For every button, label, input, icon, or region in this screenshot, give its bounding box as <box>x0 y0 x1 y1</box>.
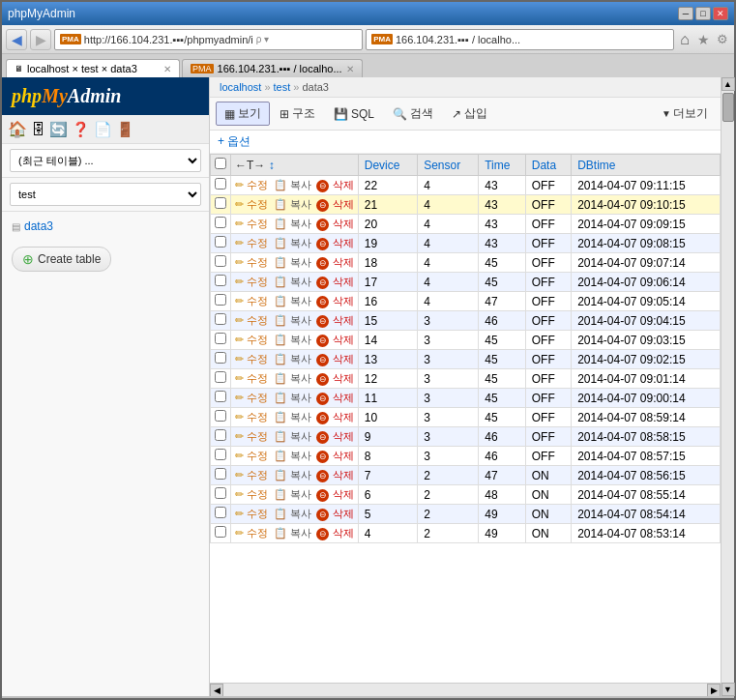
edit-btn[interactable]: 수정 <box>247 372 268 384</box>
copy-btn[interactable]: 복사 <box>290 450 311 461</box>
row-checkbox[interactable] <box>215 507 226 518</box>
edit-btn[interactable]: 수정 <box>247 198 268 210</box>
breadcrumb-server[interactable]: localhost <box>220 81 261 93</box>
edit-btn[interactable]: 수정 <box>247 508 268 519</box>
db-icon[interactable]: 🗄 <box>31 121 45 137</box>
scroll-up-btn[interactable]: ▲ <box>721 77 735 91</box>
row-checkbox[interactable] <box>215 255 226 267</box>
copy-btn[interactable]: 복사 <box>290 334 311 345</box>
create-table-btn[interactable]: ⊕ Create table <box>12 247 111 272</box>
col-dbtime[interactable]: DBtime <box>572 155 721 176</box>
row-checkbox[interactable] <box>215 391 226 402</box>
edit-btn[interactable]: 수정 <box>247 276 268 287</box>
scroll-down-btn[interactable]: ▼ <box>721 683 735 696</box>
address-bar-2[interactable]: PMA 166.104.231.▪▪▪ / localho... <box>366 29 674 50</box>
insert-btn[interactable]: ↗ 삽입 <box>443 102 496 126</box>
row-checkbox[interactable] <box>215 178 226 190</box>
row-checkbox[interactable] <box>215 333 226 344</box>
edit-btn[interactable]: 수정 <box>247 295 268 306</box>
delete-btn[interactable]: 삭제 <box>333 218 354 229</box>
settings-btn[interactable]: ⚙ <box>715 32 730 46</box>
copy-btn[interactable]: 복사 <box>290 469 311 481</box>
col-data[interactable]: Data <box>525 155 571 176</box>
edit-btn[interactable]: 수정 <box>247 237 268 248</box>
address-bar-1[interactable]: PMA http://166.104.231.▪▪▪/phpmyadmin/i … <box>54 29 363 50</box>
recent-table-select[interactable]: (최근 테이블) ... <box>10 149 201 172</box>
delete-btn[interactable]: 삭제 <box>333 411 354 423</box>
edit-btn[interactable]: 수정 <box>247 334 268 345</box>
row-checkbox[interactable] <box>215 352 226 364</box>
copy-btn[interactable]: 복사 <box>290 488 311 500</box>
delete-btn[interactable]: 삭제 <box>333 450 354 461</box>
scroll-thumb[interactable] <box>722 93 734 122</box>
home-icon[interactable]: 🏠 <box>8 120 27 138</box>
select-all-checkbox[interactable] <box>215 158 226 169</box>
close-btn[interactable]: ✕ <box>713 7 728 20</box>
copy-btn[interactable]: 복사 <box>290 353 311 365</box>
edit-btn[interactable]: 수정 <box>247 314 268 326</box>
scroll-left-btn[interactable]: ◀ <box>210 684 223 697</box>
delete-btn[interactable]: 삭제 <box>333 372 354 384</box>
row-checkbox[interactable] <box>215 371 226 383</box>
edit-btn[interactable]: 수정 <box>247 527 268 539</box>
delete-btn[interactable]: 삭제 <box>333 198 354 210</box>
copy-btn[interactable]: 복사 <box>290 198 311 210</box>
delete-btn[interactable]: 삭제 <box>333 179 354 190</box>
copy-btn[interactable]: 복사 <box>290 276 311 287</box>
database-select[interactable]: test <box>10 183 201 206</box>
row-checkbox[interactable] <box>215 236 226 248</box>
scroll-right-btn[interactable]: ▶ <box>707 684 721 697</box>
copy-btn[interactable]: 복사 <box>290 508 311 519</box>
help-icon[interactable]: ❓ <box>72 121 90 138</box>
copy-btn[interactable]: 복사 <box>290 527 311 539</box>
copy-btn[interactable]: 복사 <box>290 237 311 248</box>
edit-btn[interactable]: 수정 <box>247 353 268 365</box>
row-checkbox[interactable] <box>215 313 226 325</box>
refresh-icon[interactable]: 🔄 <box>49 121 68 138</box>
delete-btn[interactable]: 삭제 <box>333 276 354 287</box>
edit-btn[interactable]: 수정 <box>247 450 268 461</box>
copy-btn[interactable]: 복사 <box>290 256 311 268</box>
config-icon[interactable]: 📄 <box>94 121 112 138</box>
sort-icon[interactable]: ↕ <box>269 159 275 172</box>
edit-btn[interactable]: 수정 <box>247 392 268 403</box>
copy-btn[interactable]: 복사 <box>290 179 311 190</box>
browser-tab-2[interactable]: PMA 166.104.231.▪▪▪ / localho... ✕ <box>182 59 363 77</box>
browser-tab-1[interactable]: 🖥 localhost × test × data3 ✕ <box>6 59 180 77</box>
v-scrollbar[interactable]: ▲ ▼ <box>721 77 734 696</box>
edit-btn[interactable]: 수정 <box>247 256 268 268</box>
options-bar[interactable]: + 옵션 <box>210 131 721 154</box>
structure-btn[interactable]: ⊞ 구조 <box>271 102 324 126</box>
logout-icon[interactable]: 🚪 <box>116 121 134 138</box>
row-checkbox[interactable] <box>215 526 226 538</box>
edit-btn[interactable]: 수정 <box>247 469 268 481</box>
breadcrumb-db[interactable]: test <box>274 81 291 93</box>
view-btn[interactable]: ▦ 보기 <box>216 102 270 126</box>
delete-btn[interactable]: 삭제 <box>333 295 354 306</box>
copy-btn[interactable]: 복사 <box>290 218 311 229</box>
edit-btn[interactable]: 수정 <box>247 218 268 229</box>
row-checkbox[interactable] <box>215 294 226 306</box>
home-btn[interactable]: ⌂ <box>677 31 692 48</box>
delete-btn[interactable]: 삭제 <box>333 237 354 248</box>
row-checkbox[interactable] <box>215 487 226 499</box>
copy-btn[interactable]: 복사 <box>290 430 311 442</box>
delete-btn[interactable]: 삭제 <box>333 508 354 519</box>
col-device[interactable]: Device <box>358 155 417 176</box>
row-checkbox[interactable] <box>215 468 226 480</box>
row-checkbox[interactable] <box>215 275 226 286</box>
col-sensor[interactable]: Sensor <box>418 155 479 176</box>
delete-btn[interactable]: 삭제 <box>333 488 354 500</box>
row-checkbox[interactable] <box>215 217 226 228</box>
tab2-close[interactable]: ✕ <box>346 64 354 74</box>
scroll-track[interactable] <box>223 684 707 697</box>
row-checkbox[interactable] <box>215 197 226 209</box>
delete-btn[interactable]: 삭제 <box>333 430 354 442</box>
star-btn[interactable]: ★ <box>695 32 712 47</box>
row-checkbox[interactable] <box>215 429 226 441</box>
tab1-close[interactable]: ✕ <box>163 64 171 74</box>
row-checkbox[interactable] <box>215 449 226 460</box>
copy-btn[interactable]: 복사 <box>290 314 311 326</box>
minimize-btn[interactable]: ─ <box>678 7 693 20</box>
edit-btn[interactable]: 수정 <box>247 488 268 500</box>
